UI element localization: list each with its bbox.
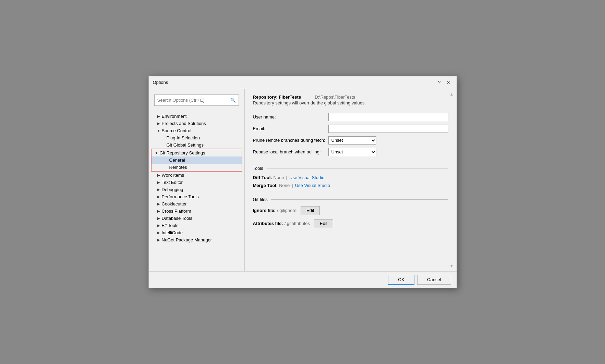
scroll-up-indicator[interactable]: ▲ <box>450 92 454 97</box>
right-panel: ▲ Repository: FiberTests D:\Repos\FiberT… <box>245 89 457 271</box>
sidebar-item-work-items[interactable]: ▶ Work Items <box>149 172 244 179</box>
merge-tool-sep: | <box>292 183 293 188</box>
sidebar-item-label: Cookiecutter <box>162 201 242 206</box>
sidebar-item-nuget-package-manager[interactable]: ▶ NuGet Package Manager <box>149 236 244 243</box>
prune-dropdown[interactable]: Unset True False <box>328 136 376 145</box>
expand-arrow: ▶ <box>156 224 161 227</box>
dialog-body: 🔍 ▶ Environment ▶ Projects and Solutions… <box>149 89 457 271</box>
sidebar-item-label: IntelliCode <box>162 230 242 235</box>
ok-button[interactable]: OK <box>388 275 414 285</box>
expand-arrow: ▶ <box>156 231 161 235</box>
sidebar-item-database-tools[interactable]: ▶ Database Tools <box>149 215 244 222</box>
git-files-section-label: Git files <box>253 197 268 202</box>
sidebar-item-text-editor[interactable]: ▶ Text Editor <box>149 179 244 186</box>
left-panel: 🔍 ▶ Environment ▶ Projects and Solutions… <box>149 89 245 271</box>
repo-path: D:\Repos\FiberTests <box>315 95 355 100</box>
diff-tool-label: Diff Tool: <box>253 175 272 180</box>
sidebar-item-label: General <box>169 158 239 163</box>
email-row: Email: <box>253 125 448 133</box>
merge-tool-row: Merge Tool: None | Use Visual Studio <box>253 183 448 188</box>
sidebar-item-environment[interactable]: ▶ Environment <box>149 113 244 120</box>
sidebar-item-plugin-selection[interactable]: Plug-in Selection <box>149 134 244 141</box>
sidebar-item-label: NuGet Package Manager <box>162 237 242 242</box>
sidebar-item-remotes[interactable]: Remotes <box>152 164 242 171</box>
sidebar-item-label: Debugging <box>162 187 242 192</box>
sidebar-item-label: Work Items <box>162 173 242 178</box>
sidebar-item-general[interactable]: General <box>152 156 242 164</box>
sidebar-item-debugging[interactable]: ▶ Debugging <box>149 186 244 193</box>
sidebar-item-label: Remotes <box>169 165 239 170</box>
prune-row: Prune remote branches during fetch: Unse… <box>253 136 448 145</box>
sidebar-item-label: Git Global Settings <box>167 142 242 148</box>
expand-arrow: ▶ <box>156 209 161 213</box>
sidebar-item-cross-platform[interactable]: ▶ Cross Platform <box>149 208 244 215</box>
sidebar-item-label: Source Control <box>162 128 242 133</box>
user-name-input[interactable] <box>328 113 448 121</box>
search-box[interactable]: 🔍 <box>154 95 239 106</box>
expand-arrow: ▶ <box>156 114 161 118</box>
expand-arrow: ▶ <box>156 216 161 220</box>
form-section: User name: Email: Prune remote branches … <box>253 113 448 160</box>
user-name-label: User name: <box>253 114 328 120</box>
diff-tool-link[interactable]: Use Visual Studio <box>289 175 324 180</box>
expand-arrow: ▶ <box>156 122 161 125</box>
user-name-row: User name: <box>253 113 448 121</box>
scroll-down-indicator[interactable]: ▼ <box>450 264 454 268</box>
dialog-title: Options <box>153 80 168 85</box>
sidebar-item-label: Text Editor <box>162 180 242 185</box>
ignore-file-path: /.gitignore <box>277 208 297 213</box>
merge-tool-none: None <box>279 183 290 188</box>
expand-arrow: ▶ <box>156 188 161 191</box>
options-dialog: Options ? ✕ 🔍 ▶ Environment <box>148 76 457 288</box>
sidebar-item-label: Git Repository Settings <box>160 150 239 155</box>
search-input[interactable] <box>157 98 230 103</box>
git-files-divider: Git files <box>253 197 448 202</box>
sidebar-item-label: Plug-in Selection <box>167 135 242 140</box>
tools-divider: Tools <box>253 166 448 171</box>
sidebar-item-source-control[interactable]: ▼ Source Control <box>149 127 244 134</box>
email-input[interactable] <box>328 125 448 133</box>
rebase-row: Rebase local branch when pulling: Unset … <box>253 148 448 156</box>
sidebar-item-cookiecutter[interactable]: ▶ Cookiecutter <box>149 200 244 208</box>
expand-arrow: ▶ <box>156 202 161 206</box>
ignore-file-row: Ignore file: /.gitignore Edit <box>253 206 448 215</box>
help-button[interactable]: ? <box>436 79 443 86</box>
attributes-file-edit-button[interactable]: Edit <box>314 219 333 228</box>
merge-tool-label: Merge Tool: <box>253 183 278 188</box>
repo-header: Repository: FiberTests D:\Repos\FiberTes… <box>253 95 448 105</box>
rebase-label: Rebase local branch when pulling: <box>253 149 328 154</box>
merge-tool-link[interactable]: Use Visual Studio <box>295 183 330 188</box>
sidebar-item-git-global-settings[interactable]: Git Global Settings <box>149 141 244 149</box>
sidebar-item-label: Environment <box>162 114 242 119</box>
expand-arrow: ▼ <box>156 129 161 133</box>
sidebar-item-git-repo-settings[interactable]: ▼ Git Repository Settings <box>152 149 242 156</box>
prune-label: Prune remote branches during fetch: <box>253 138 328 143</box>
title-bar-buttons: ? ✕ <box>436 79 452 86</box>
sidebar-item-intellicode[interactable]: ▶ IntelliCode <box>149 229 244 236</box>
sidebar-item-projects-solutions[interactable]: ▶ Projects and Solutions <box>149 120 244 127</box>
expand-arrow: ▼ <box>154 151 159 155</box>
expand-arrow: ▶ <box>156 180 161 184</box>
sidebar-item-label: Performance Tools <box>162 194 242 199</box>
sidebar-item-label: F# Tools <box>162 223 242 228</box>
sidebar-item-label: Projects and Solutions <box>162 121 242 126</box>
tree: ▶ Environment ▶ Projects and Solutions ▼… <box>149 111 244 271</box>
expand-arrow: ▶ <box>156 195 161 199</box>
tools-section-label: Tools <box>253 166 263 171</box>
email-label: Email: <box>253 126 328 131</box>
rebase-dropdown[interactable]: Unset True False <box>328 148 376 156</box>
tools-divider-line <box>267 168 448 168</box>
cancel-button[interactable]: Cancel <box>417 275 451 285</box>
diff-tool-none: None <box>274 175 284 180</box>
attributes-file-row: Attributes file: /.gitattributes Edit <box>253 219 448 228</box>
sidebar-item-fsharp-tools[interactable]: ▶ F# Tools <box>149 222 244 229</box>
repo-subtitle: Repository settings will override the gl… <box>253 100 448 105</box>
diff-tool-row: Diff Tool: None | Use Visual Studio <box>253 175 448 180</box>
sidebar-item-performance-tools[interactable]: ▶ Performance Tools <box>149 193 244 200</box>
git-repo-settings-group: ▼ Git Repository Settings General Remote… <box>151 149 242 172</box>
sidebar-item-label: Database Tools <box>162 216 242 221</box>
attributes-file-path: /.gitattributes <box>285 221 310 226</box>
title-bar: Options ? ✕ <box>149 76 457 89</box>
ignore-file-edit-button[interactable]: Edit <box>301 206 320 215</box>
close-button[interactable]: ✕ <box>444 79 452 86</box>
